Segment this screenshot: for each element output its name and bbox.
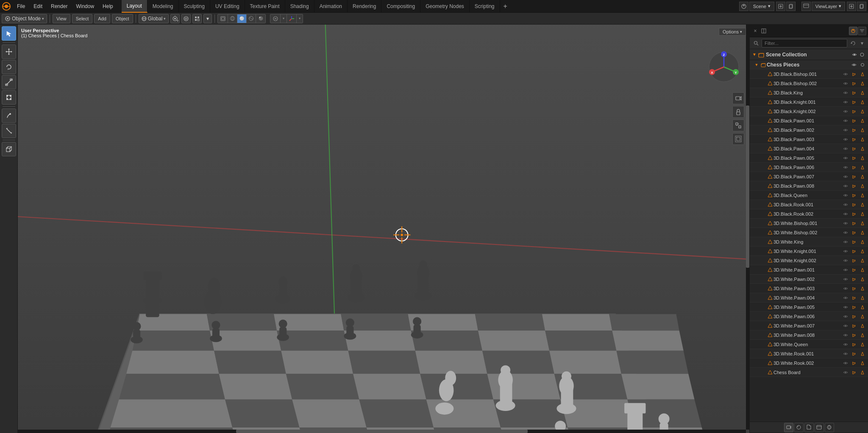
outliner-item-3d-black-pawn-004[interactable]: ▶ 3D.Black.Pawn.004: [750, 144, 868, 153]
outliner-search-icon-btn[interactable]: [751, 39, 761, 48]
outliner-item-3d-black-bishop-001[interactable]: ▶ 3D.Black.Bishop.001: [750, 69, 868, 79]
expand-btn[interactable]: ▶: [760, 256, 767, 265]
item-restrict-btn[interactable]: [859, 322, 866, 330]
item-vis-btn[interactable]: [842, 98, 849, 106]
item-vis-btn[interactable]: [842, 359, 849, 367]
item-vis-btn[interactable]: [842, 173, 849, 180]
outliner-list[interactable]: ▼ Chess Pieces: [750, 60, 868, 422]
item-vis-btn[interactable]: [842, 70, 849, 78]
viewport-scrollbar-h[interactable]: [18, 430, 746, 433]
collection-select-toggle[interactable]: [859, 51, 865, 58]
item-vis-btn[interactable]: [842, 229, 849, 236]
tab-rendering[interactable]: Rendering: [348, 0, 381, 13]
menu-window[interactable]: Window: [72, 0, 98, 13]
item-vis-btn[interactable]: [842, 294, 849, 302]
outliner-item-3d-black-pawn-002[interactable]: ▶ 3D.Black.Pawn.002: [750, 125, 868, 135]
item-select-btn[interactable]: [850, 341, 858, 348]
expand-btn[interactable]: ▶: [760, 181, 767, 191]
item-restrict-btn[interactable]: [859, 219, 866, 227]
tab-compositing[interactable]: Compositing: [381, 0, 420, 13]
item-restrict-btn[interactable]: [859, 173, 866, 180]
item-restrict-btn[interactable]: [859, 350, 866, 358]
menu-help[interactable]: Help: [98, 0, 117, 13]
tab-layout[interactable]: Layout: [122, 0, 147, 13]
outliner-item-3d-white-pawn-004[interactable]: ▶ 3D.White.Pawn.004: [750, 293, 868, 303]
copy-viewlayer-btn[interactable]: [857, 2, 866, 11]
shading-solid[interactable]: [237, 14, 247, 23]
item-vis-btn[interactable]: [842, 285, 849, 292]
item-restrict-btn[interactable]: [859, 313, 866, 320]
item-vis-btn[interactable]: [842, 210, 849, 218]
outliner-sync-btn[interactable]: [849, 39, 857, 47]
lock-camera-btn[interactable]: [732, 106, 744, 118]
item-restrict-btn[interactable]: [859, 145, 866, 153]
outliner-item-3d-black-pawn-005[interactable]: ▶ 3D.Black.Pawn.005: [750, 153, 868, 163]
outliner-search-input[interactable]: [762, 39, 847, 47]
item-restrict-btn[interactable]: [859, 117, 866, 125]
expand-btn[interactable]: ▶: [760, 228, 767, 237]
expand-btn[interactable]: ▶: [760, 219, 767, 228]
item-select-btn[interactable]: [850, 285, 858, 292]
item-restrict-btn[interactable]: [859, 247, 866, 255]
item-restrict-btn[interactable]: [859, 201, 866, 208]
outliner-item-3d-black-king[interactable]: ▶ 3D.Black.King: [750, 88, 868, 97]
item-restrict-btn[interactable]: [859, 331, 866, 339]
new-viewlayer-btn[interactable]: [847, 2, 856, 11]
item-vis-btn[interactable]: [842, 136, 849, 143]
viewport-options-btn[interactable]: Options ▾: [719, 28, 746, 36]
tool-rotate[interactable]: [2, 60, 16, 74]
item-restrict-btn[interactable]: [859, 98, 866, 106]
tab-texture-paint[interactable]: Texture Paint: [245, 0, 285, 13]
collection-select-btn[interactable]: [859, 61, 866, 69]
expand-btn[interactable]: ▶: [760, 237, 767, 247]
blender-logo[interactable]: [0, 0, 13, 13]
item-vis-btn[interactable]: [842, 257, 849, 264]
frame-selected-btn[interactable]: [732, 119, 744, 131]
expand-btn[interactable]: ▶: [760, 144, 767, 153]
item-select-btn[interactable]: [850, 108, 858, 115]
item-select-btn[interactable]: [850, 247, 858, 255]
expand-btn[interactable]: ▶: [760, 209, 767, 219]
item-restrict-btn[interactable]: [859, 70, 866, 78]
item-select-btn[interactable]: [850, 266, 858, 274]
item-restrict-btn[interactable]: [859, 182, 866, 190]
mode-selector[interactable]: Object Mode ▾: [2, 14, 47, 23]
tab-animation[interactable]: Animation: [314, 0, 348, 13]
viewlayer-selector[interactable]: ViewLayer ▾: [812, 2, 845, 11]
expand-btn[interactable]: ▶: [760, 191, 767, 200]
tab-sculpting[interactable]: Sculpting: [179, 0, 210, 13]
item-vis-btn[interactable]: [842, 219, 849, 227]
item-vis-btn[interactable]: [842, 154, 849, 162]
item-restrict-btn[interactable]: [859, 89, 866, 97]
item-select-btn[interactable]: [850, 331, 858, 339]
viewport-scrollbar-v[interactable]: [746, 25, 749, 430]
item-vis-btn[interactable]: [842, 164, 849, 171]
expand-btn[interactable]: ▶: [760, 293, 767, 303]
outliner-item-3d-white-pawn-005[interactable]: ▶ 3D.White.Pawn.005: [750, 303, 868, 312]
item-select-btn[interactable]: [850, 164, 858, 171]
item-select-btn[interactable]: [850, 275, 858, 283]
outliner-item-3d-black-pawn-006[interactable]: ▶ 3D.Black.Pawn.006: [750, 163, 868, 172]
item-vis-btn[interactable]: [842, 275, 849, 283]
tab-shading[interactable]: Shading: [285, 0, 314, 13]
shading-rendered[interactable]: [256, 14, 265, 23]
outliner-item-3d-white-king[interactable]: ▶ 3D.White.King: [750, 237, 868, 247]
item-select-btn[interactable]: [850, 359, 858, 367]
outliner-item-3d-white-pawn-002[interactable]: ▶ 3D.White.Pawn.002: [750, 275, 868, 284]
snap-align-btn[interactable]: [192, 14, 202, 23]
tab-scripting[interactable]: Scripting: [470, 0, 500, 13]
outliner-item-3d-white-rook-001[interactable]: ▶ 3D.White.Rook.001: [750, 349, 868, 358]
item-vis-btn[interactable]: [842, 117, 849, 125]
prop-output-btn[interactable]: [804, 423, 814, 432]
expand-btn[interactable]: ▶: [760, 358, 767, 368]
outliner-item-3d-white-bishop-001[interactable]: ▶ 3D.White.Bishop.001: [750, 219, 868, 228]
shading-wireframe[interactable]: [228, 14, 237, 23]
expand-btn[interactable]: ▶: [760, 153, 767, 163]
item-select-btn[interactable]: [850, 219, 858, 227]
item-vis-btn[interactable]: [842, 247, 849, 255]
tab-uv-editing[interactable]: UV Editing: [210, 0, 245, 13]
select-menu-btn[interactable]: Select: [72, 14, 93, 23]
gizmo-btn[interactable]: [287, 14, 297, 23]
item-select-btn[interactable]: [850, 117, 858, 125]
item-restrict-btn[interactable]: [859, 285, 866, 292]
